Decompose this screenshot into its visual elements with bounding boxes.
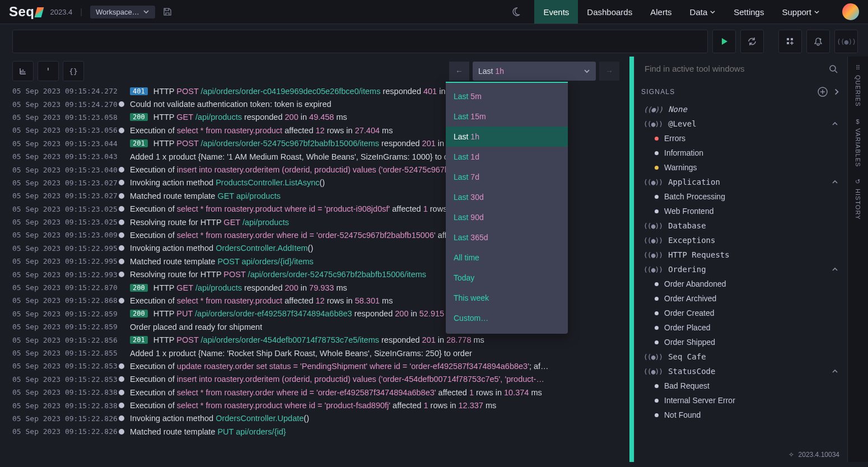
event-timestamp: 05 Sep 2023 09:15:22.993	[12, 270, 113, 279]
time-range-selector[interactable]: Last 1h	[473, 62, 596, 81]
range-prev-button[interactable]: ←	[449, 62, 469, 81]
signal-dot-icon	[655, 340, 659, 344]
signal-item[interactable]: Order Placed	[639, 320, 843, 335]
time-range-option[interactable]: Last 5m	[446, 86, 568, 106]
signal-item[interactable]: Order Created	[639, 306, 843, 320]
time-range-option[interactable]: This week	[446, 288, 568, 308]
signal-dot-icon	[655, 311, 659, 315]
signal-item[interactable]: Web Frontend	[639, 204, 843, 218]
theme-toggle-icon[interactable]	[511, 7, 521, 17]
nav-data[interactable]: Data	[681, 0, 725, 24]
stream-button[interactable]: ((●))	[834, 30, 858, 53]
signal-group[interactable]: ((●))Seq Cafe	[639, 349, 843, 364]
event-row[interactable]: 05 Sep 2023 09:15:22.838Execution of sel…	[12, 399, 629, 412]
rail-queries[interactable]: ⠿QUERIES	[855, 64, 861, 107]
status-badge: 201	[130, 139, 148, 147]
find-input[interactable]	[643, 63, 828, 74]
signal-item[interactable]: Errors	[639, 131, 843, 146]
app-logo[interactable]: Seq	[9, 4, 43, 20]
event-message: Execution of select * from roastery.prod…	[130, 296, 393, 305]
event-timestamp: 05 Sep 2023 09:15:23.027	[12, 192, 113, 200]
nav-alerts[interactable]: Alerts	[641, 0, 680, 24]
signal-group[interactable]: ((●))Application	[639, 175, 843, 189]
time-range-option[interactable]: Today	[446, 268, 568, 288]
nav-support[interactable]: Support	[773, 0, 829, 24]
event-timestamp: 05 Sep 2023 09:15:22.838	[12, 388, 113, 396]
nav-events[interactable]: Events	[534, 0, 578, 24]
signals-more-button[interactable]	[833, 88, 841, 96]
event-message: HTTP POST /api/orders/order-454defb00714…	[153, 335, 484, 344]
event-message: HTTP POST /api/orders/order-c0419e969dec…	[153, 87, 482, 96]
user-avatar[interactable]	[842, 3, 859, 20]
level-dot	[119, 167, 124, 172]
event-timestamp: 05 Sep 2023 09:15:22.868	[12, 296, 113, 305]
event-row[interactable]: 05 Sep 2023 09:15:22.826Invoking action …	[12, 412, 629, 425]
time-range-option[interactable]: Last 15m	[446, 106, 568, 127]
event-timestamp: 05 Sep 2023 09:15:23.025	[12, 205, 113, 213]
search-icon[interactable]	[828, 64, 838, 74]
build-label: 2023.4.10034	[799, 451, 839, 459]
level-dot	[119, 390, 124, 395]
signal-group[interactable]: ((●))HTTP Requests	[639, 247, 843, 262]
splitter-handle[interactable]	[629, 57, 634, 462]
signal-group[interactable]: ((●))StatusCode	[639, 364, 843, 379]
time-range-option[interactable]: Last 1h	[446, 127, 568, 147]
event-message: HTTP GET /api/products responded 200 in …	[153, 283, 347, 292]
svg-rect-2	[787, 42, 789, 44]
signal-group[interactable]: ((●))Database	[639, 218, 843, 233]
chevron-up-icon	[832, 120, 838, 127]
signal-item[interactable]: Order Archived	[639, 291, 843, 306]
time-range-option[interactable]: Last 90d	[446, 207, 568, 227]
signal-item[interactable]: Not Found	[639, 408, 843, 422]
alert-button[interactable]	[806, 30, 830, 53]
event-message: HTTP POST /api/orders/order-52475c967bf2…	[153, 139, 484, 148]
range-next-button[interactable]: →	[599, 62, 619, 81]
workspace-selector[interactable]: Workspace…	[90, 6, 155, 18]
save-icon[interactable]	[163, 7, 172, 16]
quote-toggle-button[interactable]: '	[38, 61, 59, 81]
refresh-button[interactable]	[740, 30, 764, 53]
time-range-option[interactable]: All time	[446, 247, 568, 268]
event-row[interactable]: 05 Sep 2023 09:15:22.855Added 1 x produc…	[12, 347, 629, 359]
chart-view-button[interactable]	[12, 61, 34, 81]
time-range-option[interactable]: Last 7d	[446, 167, 568, 187]
time-range-option[interactable]: Last 30d	[446, 187, 568, 207]
event-message: Execution of update roastery.order set s…	[130, 362, 549, 371]
event-timestamp: 05 Sep 2023 09:15:22.853	[12, 362, 113, 370]
signal-item[interactable]: Batch Processing	[639, 189, 843, 204]
signal-item[interactable]: Order Abandoned	[639, 277, 843, 291]
rail-history[interactable]: ↺HISTORY	[855, 178, 861, 220]
signal-item[interactable]: Information	[639, 146, 843, 160]
signal-group[interactable]: ((●))Exceptions	[639, 233, 843, 247]
add-signal-button[interactable]	[817, 86, 828, 97]
run-button[interactable]	[712, 30, 736, 53]
signal-group[interactable]: ((●))None	[639, 102, 843, 116]
event-row[interactable]: 05 Sep 2023 09:15:22.826Matched route te…	[12, 425, 629, 438]
signal-item[interactable]: Order Shipped	[639, 335, 843, 349]
chevron-up-icon	[832, 179, 838, 185]
rail-variables[interactable]: $VARIABLES	[855, 118, 861, 167]
event-timestamp: 05 Sep 2023 09:15:24.270	[12, 100, 113, 109]
event-row[interactable]: 05 Sep 2023 09:15:22.853Execution of ins…	[12, 373, 629, 386]
add-widget-button[interactable]	[778, 30, 802, 53]
signals-heading: SIGNALS	[641, 88, 675, 96]
signal-item[interactable]: Warnings	[639, 160, 843, 175]
signal-item[interactable]: Internal Server Error	[639, 393, 843, 408]
signal-group[interactable]: ((●))Ordering	[639, 262, 843, 277]
query-input[interactable]	[12, 30, 708, 53]
event-message: Execution of select * from roastery.prod…	[130, 401, 496, 410]
braces-toggle-button[interactable]: {}	[63, 61, 84, 81]
event-row[interactable]: 05 Sep 2023 09:15:22.853Execution of upd…	[12, 359, 629, 372]
time-range-option[interactable]: Last 365d	[446, 227, 568, 247]
event-message: Invoking action method ProductsControlle…	[130, 178, 325, 187]
time-range-option[interactable]: Custom…	[446, 308, 568, 328]
signal-group[interactable]: ((●))@Level	[639, 116, 843, 131]
nav-dashboards[interactable]: Dashboards	[578, 0, 641, 24]
signal-item[interactable]: Bad Request	[639, 379, 843, 393]
event-message: HTTP PUT /api/orders/order-ef492587f3474…	[153, 309, 458, 318]
event-row[interactable]: 05 Sep 2023 09:15:22.856201HTTP POST /ap…	[12, 333, 629, 346]
nav-settings[interactable]: Settings	[725, 0, 773, 24]
event-row[interactable]: 05 Sep 2023 09:15:22.838Execution of sel…	[12, 386, 629, 399]
signal-dot-icon	[655, 297, 659, 301]
time-range-option[interactable]: Last 1d	[446, 147, 568, 167]
